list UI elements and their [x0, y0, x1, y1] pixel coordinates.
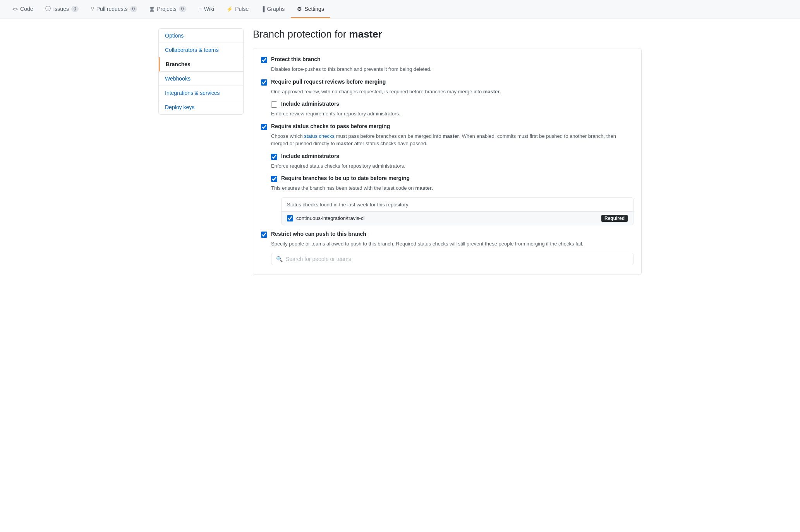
sc-include-admins-checkbox[interactable]	[271, 154, 277, 160]
search-input[interactable]	[286, 256, 628, 262]
sidebar-item-branches[interactable]: Branches	[159, 57, 243, 72]
sc-include-admins-row: Include administrators	[271, 153, 633, 160]
nav-pr-label: Pull requests	[96, 6, 128, 12]
nav-pull-requests[interactable]: Pull requests 0	[85, 0, 144, 18]
nav-wiki[interactable]: Wiki	[192, 0, 221, 18]
code-icon	[12, 6, 18, 12]
pr-badge: 0	[130, 6, 137, 12]
require-up-to-date-checkbox[interactable]	[271, 176, 277, 182]
issues-icon	[45, 5, 51, 12]
sidebar-item-webhooks[interactable]: Webhooks	[159, 72, 243, 86]
utd-prefix: This ensures the branch has been tested …	[271, 185, 415, 191]
sidebar-item-integrations[interactable]: Integrations & services	[159, 86, 243, 100]
nav-graphs-label: Graphs	[267, 6, 285, 12]
sc-include-admins-desc: Enforce required status checks for repos…	[271, 162, 633, 170]
require-status-checks-label[interactable]: Require status checks to pass before mer…	[271, 123, 390, 129]
branch-protection-section: Protect this branch Disables force-pushe…	[253, 48, 642, 275]
nav-graphs[interactable]: Graphs	[255, 0, 291, 18]
require-up-to-date-desc: This ensures the branch has been tested …	[271, 184, 633, 192]
restrict-push-desc: Specify people or teams allowed to push …	[271, 240, 633, 248]
protect-branch-checkbox[interactable]	[261, 57, 267, 63]
require-status-checks-desc: Choose which status checks must pass bef…	[271, 132, 633, 148]
main-content: Branch protection for master Protect thi…	[253, 28, 642, 275]
required-badge: Required	[601, 215, 628, 222]
nav-projects[interactable]: Projects 0	[143, 0, 192, 18]
sc-include-admins-label[interactable]: Include administrators	[281, 153, 339, 159]
require-up-to-date-label[interactable]: Require branches to be up to date before…	[281, 175, 410, 181]
travis-ci-checkbox[interactable]	[287, 215, 293, 221]
sidebar-item-collaborators-teams[interactable]: Collaborators & teams	[159, 43, 243, 57]
sidebar-item-deploy-keys[interactable]: Deploy keys	[159, 100, 243, 114]
pr-include-admins-row: Include administrators	[271, 101, 633, 108]
nav-wiki-label: Wiki	[204, 6, 214, 12]
status-checks-link[interactable]: status checks	[304, 133, 335, 139]
status-check-travis-item: continuous-integration/travis-ci Require…	[282, 212, 633, 225]
people-teams-search-box: 🔍	[271, 253, 633, 265]
nav-projects-label: Projects	[157, 6, 177, 12]
pulse-icon	[227, 6, 233, 12]
page-title-prefix: Branch protection for	[253, 28, 349, 40]
utd-branch: master	[415, 185, 432, 191]
require-pr-reviews-row: Require pull request reviews before merg…	[261, 79, 633, 86]
pr-desc-prefix: One approved review, with no changes req…	[271, 89, 483, 94]
projects-icon	[149, 6, 155, 12]
pr-icon	[91, 6, 94, 12]
page-title: Branch protection for master	[253, 28, 642, 40]
pr-include-admins-label[interactable]: Include administrators	[281, 101, 339, 107]
protect-branch-desc: Disables force-pushes to this branch and…	[271, 65, 633, 73]
sidebar-nav: Options Collaborators & teams Branches W…	[158, 28, 244, 115]
status-checks-box: Status checks found in the last week for…	[281, 197, 633, 225]
pr-include-admins-desc: Enforce review requirements for reposito…	[271, 110, 633, 118]
pr-desc-branch: master	[483, 89, 500, 94]
sc-desc-branch: master	[443, 133, 459, 139]
nav-issues[interactable]: Issues 0	[39, 0, 84, 19]
restrict-push-row: Restrict who can push to this branch	[261, 231, 633, 238]
pr-include-admins-checkbox[interactable]	[271, 101, 277, 108]
require-pr-reviews-label[interactable]: Require pull request reviews before merg…	[271, 79, 386, 85]
issues-badge: 0	[71, 6, 79, 12]
page-title-branch: master	[349, 28, 382, 40]
restrict-push-checkbox[interactable]	[261, 232, 267, 238]
sidebar: Options Collaborators & teams Branches W…	[158, 28, 244, 275]
restrict-push-label[interactable]: Restrict who can push to this branch	[271, 231, 366, 237]
top-nav: Code Issues 0 Pull requests 0 Projects 0…	[0, 0, 800, 19]
page-layout: Options Collaborators & teams Branches W…	[152, 19, 648, 284]
nav-pulse-label: Pulse	[235, 6, 249, 12]
graphs-icon	[261, 6, 264, 12]
pr-desc-suffix: .	[500, 89, 501, 94]
nav-issues-label: Issues	[53, 6, 69, 12]
settings-icon	[297, 6, 302, 12]
sc-desc-branch2: master	[336, 141, 353, 146]
status-check-travis-left: continuous-integration/travis-ci	[287, 215, 364, 221]
require-status-checks-checkbox[interactable]	[261, 124, 267, 130]
nav-pulse[interactable]: Pulse	[220, 0, 255, 18]
protect-branch-label[interactable]: Protect this branch	[271, 56, 321, 62]
wiki-icon	[199, 6, 202, 12]
pr-include-admins-subsection: Include administrators Enforce review re…	[271, 101, 633, 118]
protect-branch-row: Protect this branch	[261, 56, 633, 63]
require-status-checks-row: Require status checks to pass before mer…	[261, 123, 633, 130]
search-icon: 🔍	[276, 256, 283, 262]
require-pr-reviews-desc: One approved review, with no changes req…	[271, 88, 633, 96]
status-checks-box-header: Status checks found in the last week for…	[282, 198, 633, 212]
nav-settings[interactable]: Settings	[291, 0, 330, 18]
nav-settings-label: Settings	[304, 6, 324, 12]
nav-code[interactable]: Code	[6, 0, 39, 18]
sidebar-item-options[interactable]: Options	[159, 29, 243, 43]
sc-desc-prefix: Choose which	[271, 133, 304, 139]
projects-badge: 0	[179, 6, 186, 12]
nav-code-label: Code	[20, 6, 33, 12]
sc-desc-end: after status checks have passed.	[353, 141, 427, 146]
require-pr-reviews-checkbox[interactable]	[261, 79, 267, 86]
require-up-to-date-row: Require branches to be up to date before…	[271, 175, 633, 182]
travis-ci-label[interactable]: continuous-integration/travis-ci	[296, 215, 364, 221]
sc-include-admins-subsection: Include administrators Enforce required …	[271, 153, 633, 225]
sc-desc-middle: must pass before branches can be merged …	[335, 133, 443, 139]
utd-suffix: .	[432, 185, 433, 191]
